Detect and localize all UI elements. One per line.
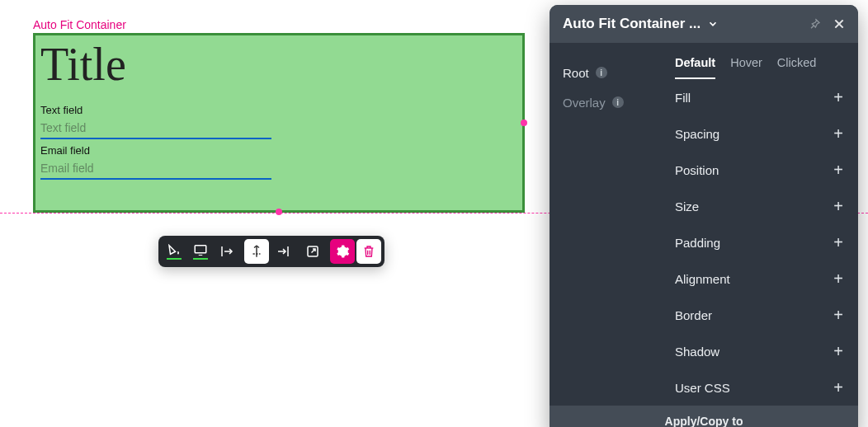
prop-position[interactable]: Position+ xyxy=(663,152,858,188)
inspector-panel: Auto Fit Container ... Root i Overlay i … xyxy=(550,5,858,427)
align-vertical-button[interactable] xyxy=(244,239,269,264)
state-tabs: Default Hover Clicked xyxy=(663,43,858,79)
tab-default[interactable]: Default xyxy=(675,56,715,79)
plus-icon: + xyxy=(833,270,843,287)
panel-title: Auto Fit Container ... xyxy=(563,16,701,32)
prop-size[interactable]: Size+ xyxy=(663,188,858,224)
prop-label: Shadow xyxy=(675,345,719,359)
side-item-label: Overlay xyxy=(563,96,606,110)
apply-copy-button[interactable]: Apply/Copy to xyxy=(550,406,858,427)
resize-handle-right[interactable] xyxy=(521,120,527,126)
align-end-button[interactable] xyxy=(271,239,295,264)
settings-button[interactable] xyxy=(330,239,355,264)
email-field-input[interactable] xyxy=(40,158,271,180)
plus-icon: + xyxy=(833,307,843,323)
prop-alignment[interactable]: Alignment+ xyxy=(663,260,858,297)
auto-fit-container[interactable]: Title Text field Email field xyxy=(33,33,525,213)
side-item-label: Root xyxy=(563,66,589,80)
prop-border[interactable]: Border+ xyxy=(663,297,858,333)
prop-fill[interactable]: Fill+ xyxy=(663,79,858,115)
prop-label: Fill xyxy=(675,91,691,105)
close-icon xyxy=(833,17,846,30)
prop-padding[interactable]: Padding+ xyxy=(663,224,858,260)
trash-icon xyxy=(362,244,375,259)
gear-icon xyxy=(335,244,350,259)
close-button[interactable] xyxy=(830,15,848,33)
email-field-label: Email field xyxy=(40,144,517,157)
title-text[interactable]: Title xyxy=(40,40,517,89)
tab-hover[interactable]: Hover xyxy=(730,56,762,79)
fill-button[interactable] xyxy=(162,239,186,264)
prop-label: Position xyxy=(675,163,719,177)
chevron-down-icon[interactable] xyxy=(707,18,719,30)
align-start-button[interactable] xyxy=(215,239,239,264)
prop-label: Padding xyxy=(675,236,720,250)
resize-handle-bottom[interactable] xyxy=(276,209,282,215)
plus-icon: + xyxy=(833,234,843,251)
plus-icon: + xyxy=(833,125,843,142)
display-button[interactable] xyxy=(188,239,213,264)
side-item-overlay[interactable]: Overlay i xyxy=(563,87,655,117)
component-label: Auto Fit Container xyxy=(33,18,126,31)
info-icon[interactable]: i xyxy=(612,96,624,108)
delete-button[interactable] xyxy=(356,239,381,264)
component-toolbar xyxy=(158,236,384,267)
pin-button[interactable] xyxy=(805,15,823,33)
prop-label: Spacing xyxy=(675,127,719,141)
open-external-button[interactable] xyxy=(300,239,325,264)
prop-spacing[interactable]: Spacing+ xyxy=(663,115,858,152)
side-item-root[interactable]: Root i xyxy=(563,58,655,87)
prop-label: Size xyxy=(675,199,699,214)
plus-icon: + xyxy=(833,162,843,178)
prop-label: Border xyxy=(675,308,712,322)
pin-icon xyxy=(808,17,821,30)
tab-clicked[interactable]: Clicked xyxy=(777,56,817,79)
info-icon[interactable]: i xyxy=(596,67,607,78)
prop-label: User CSS xyxy=(675,381,730,395)
prop-usercss[interactable]: User CSS+ xyxy=(663,369,858,406)
prop-label: Alignment xyxy=(675,272,730,286)
plus-icon: + xyxy=(833,89,843,106)
panel-side-nav: Root i Overlay i xyxy=(550,43,663,406)
svg-rect-0 xyxy=(195,245,206,252)
text-field-label: Text field xyxy=(40,104,517,116)
plus-icon: + xyxy=(833,198,843,214)
panel-header[interactable]: Auto Fit Container ... xyxy=(550,5,858,43)
text-field-input[interactable] xyxy=(40,118,271,139)
prop-shadow[interactable]: Shadow+ xyxy=(663,333,858,369)
plus-icon: + xyxy=(833,379,843,396)
plus-icon: + xyxy=(833,343,843,359)
